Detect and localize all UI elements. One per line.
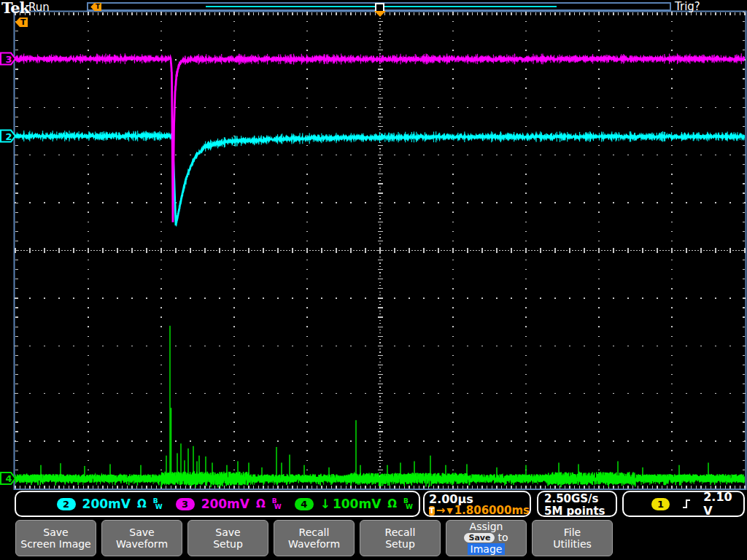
assign-target-highlight: Image [468, 543, 506, 555]
assign-save-to-image-button[interactable]: Assign Saveto Image [446, 520, 527, 556]
ch2-reference-marker[interactable]: 2 [1, 131, 15, 142]
acquisition-status: Run [28, 1, 50, 14]
svg-text:2: 2 [6, 131, 12, 142]
tek-logo: Tek [1, 0, 29, 17]
ch3-reference-marker[interactable]: 3 [1, 53, 15, 65]
save-setup-button[interactable]: SaveSetup [187, 520, 268, 556]
save-pill: Save [464, 533, 495, 542]
oscilloscope-screen: 324T Tek Run T Trig? 2 200mV Ω BW 3 200m… [0, 0, 747, 560]
ch4-reference-marker[interactable]: 4 [1, 472, 15, 484]
expansion-point-marker [374, 11, 386, 17]
record-view-bar[interactable]: T [87, 2, 671, 11]
svg-text:4: 4 [6, 473, 12, 484]
svg-text:T: T [20, 18, 26, 27]
save-screen-image-button[interactable]: SaveScreen Image [15, 520, 96, 556]
trigger-status-label: Trig? [675, 0, 700, 13]
waveform-display: 324T [0, 0, 747, 519]
file-utilities-button[interactable]: FileUtilities [532, 520, 613, 556]
record-trigger-marker[interactable]: T [90, 3, 101, 11]
recall-setup-button[interactable]: RecallSetup [360, 520, 441, 556]
svg-text:3: 3 [6, 54, 12, 65]
menu-bar: SaveScreen Image SaveWaveform SaveSetup … [0, 518, 747, 560]
save-waveform-button[interactable]: SaveWaveform [101, 520, 182, 556]
recall-waveform-button[interactable]: RecallWaveform [274, 520, 355, 556]
